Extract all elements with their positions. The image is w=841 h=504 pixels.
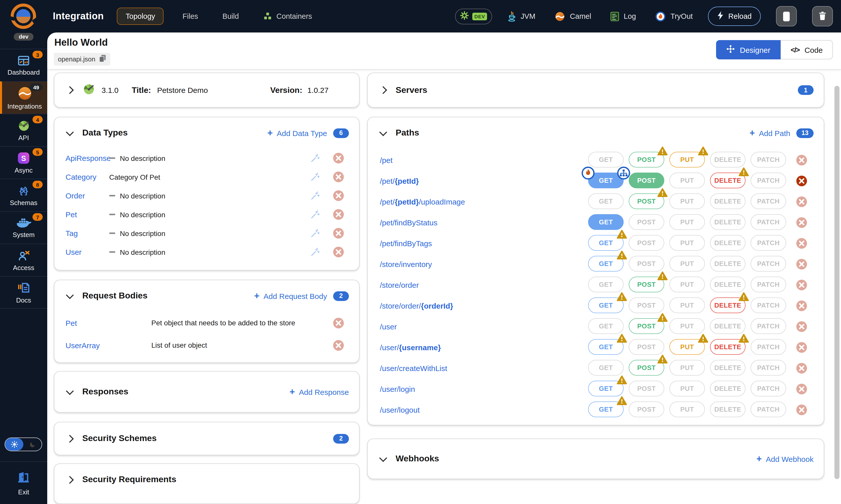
delete-button[interactable] [812, 6, 833, 26]
method-put-button[interactable]: PUT [669, 193, 705, 209]
light-mode-sun-icon[interactable] [5, 438, 23, 451]
file-chip[interactable]: openapi.json [54, 53, 110, 66]
method-get-button[interactable]: GET [588, 214, 624, 230]
delete-path-button[interactable] [796, 321, 807, 332]
delete-path-button[interactable] [796, 363, 807, 374]
method-post-button[interactable]: POST [629, 173, 664, 188]
env-pill[interactable]: DEV [455, 8, 492, 24]
sidebar-item-integrations[interactable]: 49Integrations [0, 81, 47, 114]
method-post-button[interactable]: POST [629, 256, 664, 272]
method-post-button[interactable]: POST [629, 298, 664, 313]
method-get-button[interactable]: GET [588, 401, 624, 417]
delete-path-button[interactable] [796, 280, 807, 290]
sidebar-item-schemas[interactable]: 8{}Schemas [0, 179, 47, 211]
method-put-button[interactable]: PUT [669, 381, 705, 396]
method-post-button[interactable]: POST [629, 401, 664, 417]
delete-data-type-button[interactable] [333, 209, 344, 220]
method-put-button[interactable]: PUT [669, 298, 705, 313]
method-get-button[interactable]: GET [588, 235, 624, 251]
method-put-button[interactable]: PUT [669, 276, 705, 292]
sidebar-item-dashboard[interactable]: 3Dashboard [0, 49, 47, 81]
request-body-link[interactable]: Pet [66, 319, 151, 327]
path-link[interactable]: /user/createWithList [380, 364, 447, 373]
path-link[interactable]: /pet/{petId}/uploadImage [380, 197, 465, 206]
delete-data-type-button[interactable] [333, 190, 344, 201]
wand-icon[interactable] [310, 228, 320, 238]
method-post-button[interactable]: POST [629, 339, 664, 355]
method-put-button[interactable]: PUT [669, 401, 705, 417]
scrollbar-thumb[interactable] [835, 86, 840, 479]
data-type-link[interactable]: ApiResponse [66, 154, 109, 162]
delete-path-button[interactable] [796, 217, 807, 228]
method-delete-button[interactable]: DELETE [710, 298, 746, 313]
method-post-button[interactable]: POST [629, 214, 664, 230]
path-link[interactable]: /pet [380, 156, 392, 164]
path-link[interactable]: /store/order/{orderId} [380, 302, 453, 310]
wand-icon[interactable] [310, 247, 320, 257]
path-link[interactable]: /pet/findByTags [380, 239, 432, 248]
data-type-link[interactable]: Tag [66, 229, 109, 237]
delete-data-type-button[interactable] [333, 172, 344, 182]
method-patch-button[interactable]: PATCH [751, 360, 786, 376]
method-post-button[interactable]: POST [629, 235, 664, 251]
method-put-button[interactable]: PUT [669, 256, 705, 272]
dark-mode-moon-icon[interactable] [23, 438, 42, 451]
copy-icon[interactable] [99, 54, 106, 64]
method-put-button[interactable]: PUT [669, 318, 705, 334]
method-delete-button[interactable]: DELETE [710, 152, 746, 167]
method-get-button[interactable]: GET [588, 298, 624, 313]
sidebar-item-async[interactable]: 5SAsync [0, 146, 47, 179]
method-patch-button[interactable]: PATCH [751, 318, 786, 334]
sidebar-item-docs[interactable]: Docs [0, 276, 47, 309]
delete-request-body-button[interactable] [333, 318, 344, 328]
chevron-down-icon[interactable] [379, 128, 387, 136]
method-get-button[interactable]: GET [588, 360, 624, 376]
method-put-button[interactable]: PUT [669, 214, 705, 230]
method-patch-button[interactable]: PATCH [751, 256, 786, 272]
theme-toggle[interactable] [4, 437, 42, 451]
method-post-button[interactable]: POST [629, 276, 664, 292]
chevron-down-icon[interactable] [379, 454, 387, 462]
chevron-down-icon[interactable] [66, 291, 74, 299]
method-get-button[interactable]: GET [588, 381, 624, 396]
method-delete-button[interactable]: DELETE [710, 235, 746, 251]
method-patch-button[interactable]: PATCH [751, 276, 786, 292]
delete-data-type-button[interactable] [333, 153, 344, 163]
delete-data-type-button[interactable] [333, 228, 344, 238]
method-delete-button[interactable]: DELETE [710, 193, 746, 209]
method-get-button[interactable]: GET [588, 339, 624, 355]
method-put-button[interactable]: PUT [669, 173, 705, 188]
data-type-link[interactable]: Category [66, 173, 109, 181]
method-delete-button[interactable]: DELETE [710, 381, 746, 396]
sidebar-item-api[interactable]: 4API [0, 114, 47, 146]
method-patch-button[interactable]: PATCH [751, 235, 786, 251]
method-patch-button[interactable]: PATCH [751, 152, 786, 167]
request-body-link[interactable]: UserArray [66, 341, 151, 349]
data-type-link[interactable]: Order [66, 191, 109, 200]
delete-path-button[interactable] [796, 238, 807, 249]
method-patch-button[interactable]: PATCH [751, 173, 786, 188]
method-get-button[interactable]: GET [588, 276, 624, 292]
chevron-down-icon[interactable] [66, 128, 74, 136]
method-patch-button[interactable]: PATCH [751, 214, 786, 230]
topbar-action-jvm[interactable]: JVM [507, 11, 535, 22]
method-delete-button[interactable]: DELETE [710, 276, 746, 292]
tab-build[interactable]: Build [217, 7, 245, 25]
tab-containers[interactable]: Containers [258, 7, 318, 25]
add-response-button[interactable]: +Add Response [290, 387, 349, 396]
method-delete-button[interactable]: DELETE [710, 173, 746, 188]
method-post-button[interactable]: POST [629, 318, 664, 334]
method-get-button[interactable]: GET [588, 173, 624, 188]
wand-icon[interactable] [310, 191, 320, 201]
method-delete-button[interactable]: DELETE [710, 360, 746, 376]
method-patch-button[interactable]: PATCH [751, 381, 786, 396]
method-get-button[interactable]: GET [588, 318, 624, 334]
method-post-button[interactable]: POST [629, 381, 664, 396]
wand-icon[interactable] [310, 172, 320, 182]
reload-button[interactable]: Reload [708, 6, 761, 26]
topbar-action-camel[interactable]: Camel [555, 11, 591, 22]
method-patch-button[interactable]: PATCH [751, 339, 786, 355]
method-patch-button[interactable]: PATCH [751, 401, 786, 417]
add-request-body-button[interactable]: +Add Request Body [254, 291, 327, 301]
delete-request-body-button[interactable] [333, 340, 344, 350]
